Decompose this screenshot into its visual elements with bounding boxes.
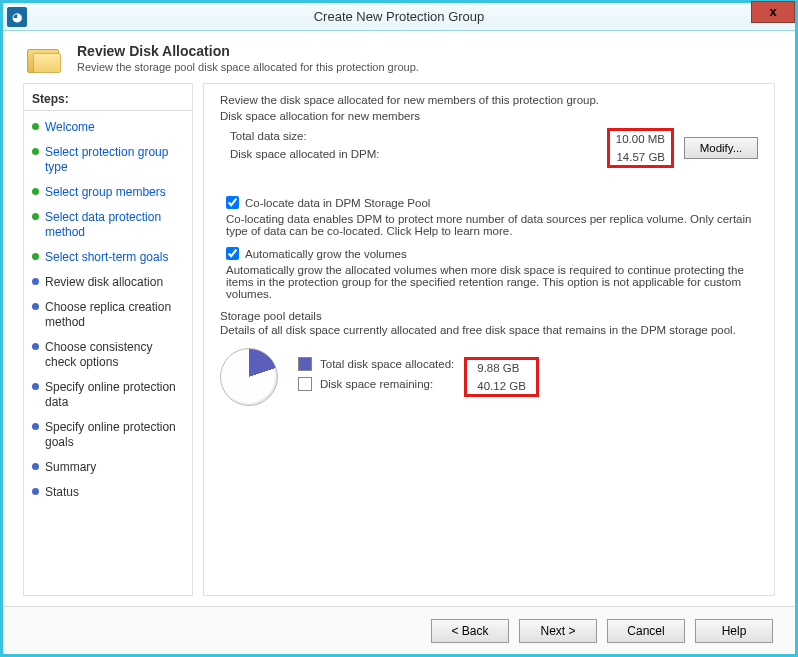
step-bullet-icon [32,148,39,155]
step-welcome[interactable]: Welcome [24,115,192,140]
step-specify-online-protection-data: Specify online protection data [24,375,192,415]
pool-allocated-value: 9.88 GB [477,362,526,374]
page-subtitle: Review the storage pool disk space alloc… [77,61,419,73]
next-button[interactable]: Next > [519,619,597,643]
step-label: Select group members [45,185,166,200]
intro-text: Review the disk space allocated for new … [220,94,758,106]
allocation-values-highlight: 10.00 MB 14.57 GB [607,128,674,168]
autogrow-label: Automatically grow the volumes [245,248,407,260]
step-label: Summary [45,460,96,475]
step-bullet-icon [32,383,39,390]
colocate-row: Co-locate data in DPM Storage Pool [226,196,758,209]
step-label: Review disk allocation [45,275,163,290]
allocation-group: Disk space allocation for new members To… [220,110,758,180]
colocate-checkbox[interactable] [226,196,239,209]
swatch-remaining [298,377,312,391]
step-bullet-icon [32,463,39,470]
step-bullet-icon [32,343,39,350]
step-select-protection-group-type[interactable]: Select protection group type [24,140,192,180]
step-choose-replica-creation-method[interactable]: Choose replica creation method [24,295,192,335]
page-title: Review Disk Allocation [77,43,419,59]
step-bullet-icon [32,303,39,310]
step-specify-online-protection-goals: Specify online protection goals [24,415,192,455]
pool-allocated-label: Total disk space allocated: [320,358,454,370]
pool-legend: Storage pool details [220,310,758,322]
step-bullet-icon [32,188,39,195]
swatch-allocated [298,357,312,371]
step-label: Select protection group type [45,145,184,175]
step-label: Status [45,485,79,500]
autogrow-checkbox[interactable] [226,247,239,260]
step-select-group-members[interactable]: Select group members [24,180,192,205]
folder-icon [27,43,63,73]
colocate-label: Co-locate data in DPM Storage Pool [245,197,430,209]
colocate-explain: Co-locating data enables DPM to protect … [220,213,758,237]
step-label: Specify online protection goals [45,420,184,450]
step-label: Select short-term goals [45,250,168,265]
step-label: Choose replica creation method [45,300,184,330]
step-label: Select data protection method [45,210,184,240]
step-bullet-icon [32,123,39,130]
storage-pie-chart [220,348,278,406]
step-choose-consistency-check-options: Choose consistency check options [24,335,192,375]
cancel-button[interactable]: Cancel [607,619,685,643]
titlebar: ◕ Create New Protection Group x [3,3,795,31]
back-button[interactable]: < Back [431,619,509,643]
pool-description: Details of all disk space currently allo… [220,324,758,336]
step-label: Choose consistency check options [45,340,184,370]
window-title: Create New Protection Group [314,9,485,24]
step-bullet-icon [32,278,39,285]
step-label: Specify online protection data [45,380,184,410]
step-select-data-protection-method[interactable]: Select data protection method [24,205,192,245]
steps-header: Steps: [24,90,192,111]
allocated-label: Disk space allocated in DPM: [230,148,597,160]
autogrow-explain: Automatically grow the allocated volumes… [220,264,758,300]
step-select-short-term-goals[interactable]: Select short-term goals [24,245,192,270]
pool-legend-block: Total disk space allocated: Disk space r… [298,357,539,397]
help-button[interactable]: Help [695,619,773,643]
allocated-value: 14.57 GB [616,151,665,163]
total-size-label: Total data size: [230,130,597,142]
close-button[interactable]: x [751,1,795,23]
allocation-legend: Disk space allocation for new members [220,110,420,122]
modify-button[interactable]: Modify... [684,137,758,159]
wizard-window: ◕ Create New Protection Group x Review D… [0,0,798,657]
step-bullet-icon [32,423,39,430]
pool-remaining-label: Disk space remaining: [320,378,433,390]
wizard-header: Review Disk Allocation Review the storag… [3,31,795,83]
step-bullet-icon [32,488,39,495]
step-bullet-icon [32,213,39,220]
total-size-value: 10.00 MB [616,133,665,145]
pool-section: Storage pool details Details of all disk… [220,310,758,406]
step-review-disk-allocation: Review disk allocation [24,270,192,295]
pool-remaining-value: 40.12 GB [477,380,526,392]
content-panel: Review the disk space allocated for new … [203,83,775,596]
step-status: Status [24,480,192,505]
autogrow-row: Automatically grow the volumes [226,247,758,260]
step-summary: Summary [24,455,192,480]
step-label: Welcome [45,120,95,135]
pool-values-highlight: 9.88 GB 40.12 GB [464,357,539,397]
wizard-footer: < Back Next > Cancel Help [3,606,795,654]
step-bullet-icon [32,253,39,260]
steps-sidebar: Steps: WelcomeSelect protection group ty… [23,83,193,596]
app-icon: ◕ [7,7,27,27]
